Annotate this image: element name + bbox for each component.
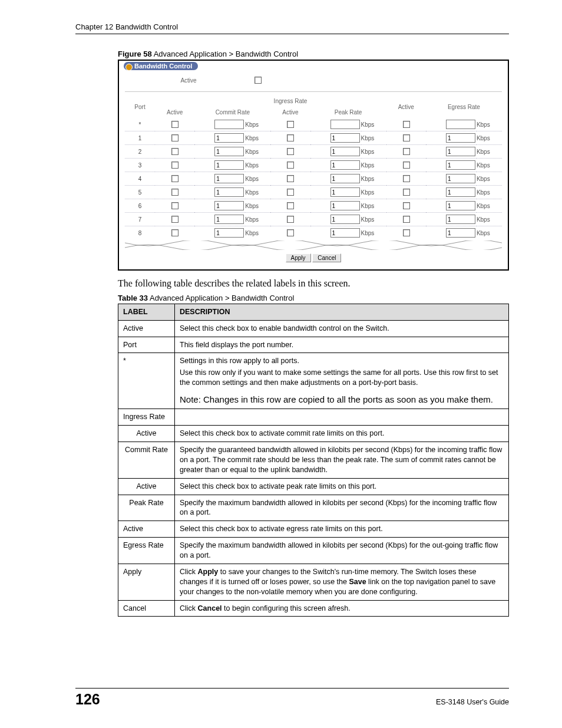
desc-cell: Click Cancel to begin configuring this s… (175, 600, 509, 617)
egress-rate-input[interactable] (446, 147, 475, 156)
desc-row: Ingress Rate (118, 409, 509, 426)
header-rule (75, 34, 509, 34)
table-row: 5KbpsKbpsKbps (125, 186, 502, 199)
ingress-active-checkbox[interactable] (171, 134, 178, 141)
peak-active-checkbox[interactable] (287, 229, 294, 236)
th-port: Port (125, 95, 155, 118)
ingress-active-checkbox[interactable] (171, 162, 178, 169)
peak-rate-input[interactable] (330, 120, 360, 129)
egress-active-checkbox[interactable] (403, 202, 410, 209)
commit-rate-input[interactable] (214, 133, 244, 143)
commit-rate-input[interactable] (214, 174, 244, 183)
ingress-active-checkbox[interactable] (171, 189, 178, 196)
global-active-checkbox[interactable] (254, 77, 262, 84)
ingress-active-checkbox[interactable] (171, 121, 178, 128)
egress-rate-input[interactable] (446, 133, 475, 143)
page-footer: 126 ES-3148 User's Guide (75, 688, 509, 708)
unit-label: Kbps (245, 159, 270, 172)
commit-rate-input[interactable] (214, 228, 244, 238)
unit-label: Kbps (477, 131, 502, 145)
desc-cell: Click Apply to save your changes to the … (175, 564, 509, 600)
table-number: Table 33 (118, 294, 148, 302)
desc-row: ActiveSelect this check box to activate … (118, 478, 509, 495)
egress-active-checkbox[interactable] (403, 148, 410, 155)
figure-number: Figure 58 (118, 50, 152, 58)
peak-rate-input[interactable] (330, 174, 360, 183)
desc-cell: Specify the maximum bandwidth allowed in… (175, 495, 509, 521)
egress-rate-input[interactable] (446, 215, 475, 224)
peak-active-checkbox[interactable] (287, 216, 294, 223)
commit-rate-input[interactable] (214, 215, 244, 224)
peak-active-checkbox[interactable] (287, 134, 294, 141)
egress-active-checkbox[interactable] (403, 229, 410, 236)
commit-rate-input[interactable] (214, 201, 244, 210)
label-cell: Peak Rate (118, 495, 175, 521)
egress-rate-input[interactable] (446, 228, 475, 238)
ingress-active-checkbox[interactable] (171, 202, 178, 209)
desc-row: ApplyClick Apply to save your changes to… (118, 564, 509, 600)
egress-rate-input[interactable] (446, 174, 475, 183)
desc-cell: Settings in this row apply to all ports.… (175, 353, 509, 409)
ingress-active-checkbox[interactable] (171, 216, 178, 223)
ingress-active-checkbox[interactable] (171, 229, 178, 236)
peak-active-checkbox[interactable] (287, 148, 294, 155)
unit-label: Kbps (245, 226, 270, 240)
desc-cell: Select this check box to activate egress… (175, 521, 509, 538)
unit-label: Kbps (245, 199, 270, 213)
egress-active-checkbox[interactable] (403, 175, 410, 182)
egress-rate-input[interactable] (446, 160, 475, 170)
peak-active-checkbox[interactable] (287, 189, 294, 196)
desc-row: ActiveSelect this check box to activate … (118, 426, 509, 442)
unit-label: Kbps (361, 145, 386, 159)
egress-active-checkbox[interactable] (403, 162, 410, 169)
egress-rate-input[interactable] (446, 201, 475, 210)
egress-rate-input[interactable] (446, 120, 475, 129)
table-row: 1KbpsKbpsKbps (125, 131, 502, 145)
unit-label: Kbps (477, 159, 502, 172)
table-row: 6KbpsKbpsKbps (125, 199, 502, 213)
peak-rate-input[interactable] (330, 228, 360, 238)
peak-rate-input[interactable] (330, 187, 360, 197)
figure-caption: Figure 58 Advanced Application > Bandwid… (118, 50, 509, 58)
ingress-active-checkbox[interactable] (171, 148, 178, 155)
apply-button[interactable]: Apply (286, 253, 311, 262)
chapter-header: Chapter 12 Bandwidth Control (75, 22, 509, 31)
ingress-active-checkbox[interactable] (171, 175, 178, 182)
peak-rate-input[interactable] (330, 147, 360, 156)
unit-label: Kbps (477, 226, 502, 240)
unit-label: Kbps (245, 118, 270, 131)
commit-rate-input[interactable] (214, 187, 244, 197)
peak-rate-input[interactable] (330, 133, 360, 143)
label-cell: Ingress Rate (118, 409, 175, 426)
peak-active-checkbox[interactable] (287, 175, 294, 182)
peak-rate-input[interactable] (330, 160, 360, 170)
commit-rate-input[interactable] (214, 160, 244, 170)
label-cell: Commit Rate (118, 442, 175, 479)
peak-active-checkbox[interactable] (287, 202, 294, 209)
commit-rate-input[interactable] (214, 147, 244, 156)
egress-active-checkbox[interactable] (403, 216, 410, 223)
th-label: LABEL (118, 304, 175, 320)
peak-rate-input[interactable] (330, 201, 360, 210)
unit-label: Kbps (245, 186, 270, 199)
egress-active-checkbox[interactable] (403, 189, 410, 196)
unit-label: Kbps (477, 145, 502, 159)
desc-row: ActiveSelect this check box to enable ba… (118, 320, 509, 337)
peak-active-checkbox[interactable] (287, 121, 294, 128)
port-cell: 2 (125, 145, 155, 159)
desc-row: Egress RateSpecify the maximum bandwidth… (118, 538, 509, 564)
unit-label: Kbps (361, 118, 386, 131)
egress-rate-input[interactable] (446, 187, 475, 197)
egress-active-checkbox[interactable] (403, 121, 410, 128)
peak-rate-input[interactable] (330, 215, 360, 224)
cancel-button[interactable]: Cancel (312, 253, 341, 262)
unit-label: Kbps (361, 226, 386, 240)
panel-title: Bandwidth Control (134, 62, 192, 70)
unit-label: Kbps (361, 159, 386, 172)
commit-rate-input[interactable] (214, 120, 244, 129)
peak-active-checkbox[interactable] (287, 162, 294, 169)
port-cell: 7 (125, 213, 155, 226)
egress-active-checkbox[interactable] (403, 134, 410, 141)
port-cell: 6 (125, 199, 155, 213)
label-cell: Cancel (118, 600, 175, 617)
